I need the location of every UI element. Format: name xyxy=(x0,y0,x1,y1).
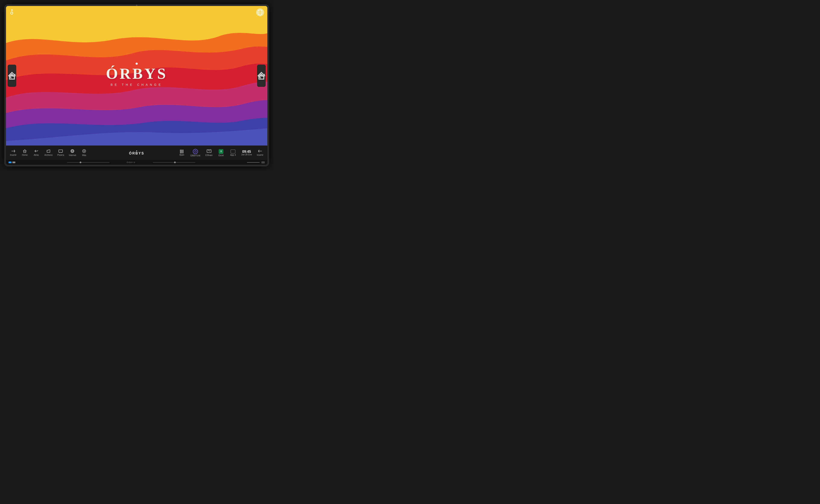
top-left-logo: Ó xyxy=(10,9,14,16)
right-back-button[interactable] xyxy=(258,80,265,86)
status-dot-blue xyxy=(9,162,12,163)
back-button[interactable]: Atrás xyxy=(31,149,42,157)
taskbar-left: Invertir Home Atrás xyxy=(8,148,176,157)
app4-icon xyxy=(231,150,235,153)
orbys-ai-button[interactable]: ORBYS AI xyxy=(188,148,202,158)
progress-bar-left[interactable] xyxy=(67,162,109,163)
invert-left-button[interactable]: Invertir xyxy=(8,149,19,157)
home-label: Home xyxy=(22,154,28,156)
globe-button[interactable] xyxy=(256,9,264,16)
eshare-label: EShare xyxy=(206,154,213,156)
svg-point-22 xyxy=(195,151,195,151)
excel-label: Excel xyxy=(219,154,224,157)
invert-left-label: Invertir xyxy=(10,154,17,156)
logo-main-text: ÓRBYS xyxy=(106,66,167,81)
status-bar-center: ÓRBYS xyxy=(17,161,245,163)
left-back-button[interactable] xyxy=(9,80,15,86)
status-corner xyxy=(261,161,265,163)
status-dot-white xyxy=(12,162,15,163)
whiteboard-label: Pizarra xyxy=(57,154,64,156)
back-icon xyxy=(34,149,38,153)
orbys-ai-icon xyxy=(193,149,198,154)
internet-label: Internet xyxy=(69,154,76,156)
center-logo: ÓRBYS BE THE CHANGE xyxy=(106,63,167,86)
progress-thumb-right xyxy=(174,162,176,163)
apps-dot xyxy=(181,152,182,153)
home-icon xyxy=(23,149,27,153)
apps-dot xyxy=(180,151,181,152)
whiteboard-icon xyxy=(58,149,63,153)
app4-label: App 4 xyxy=(230,154,236,156)
logo-dot-small xyxy=(11,9,13,11)
svg-rect-9 xyxy=(24,151,26,153)
svg-rect-10 xyxy=(59,150,63,152)
eshare-button[interactable]: EShare xyxy=(203,148,215,157)
progress-bar-right[interactable] xyxy=(153,162,195,163)
right-sidebar-toolbar xyxy=(257,65,266,87)
invert-right-icon xyxy=(258,149,262,153)
screen: Ó ÓRBYS BE THE CHANGE xyxy=(6,6,267,165)
excel-icon: X xyxy=(219,149,224,154)
whiteboard-button[interactable]: Pizarra xyxy=(55,149,66,157)
status-right-bar xyxy=(247,162,260,163)
apps-icon xyxy=(180,150,183,153)
logo-center-dot xyxy=(135,63,138,65)
invert-right-label: Invertir xyxy=(257,154,264,156)
left-sidebar-toolbar xyxy=(8,65,16,87)
wallpaper: Ó ÓRBYS BE THE CHANGE xyxy=(6,6,267,146)
app4-button[interactable]: App 4 xyxy=(228,149,239,157)
invert-left-icon xyxy=(11,149,15,153)
taskbar-logo-text: ÓRBYS xyxy=(129,151,144,155)
eshare-icon xyxy=(207,149,212,154)
apps-label: Apps xyxy=(179,154,184,156)
apps-dot xyxy=(182,152,183,153)
taskbar-center-logo: ÓRBYS xyxy=(129,150,144,155)
apps-dot xyxy=(181,151,182,152)
more-button[interactable]: Más xyxy=(79,148,90,157)
taskbar-right: Apps ORBYS AI EShare xyxy=(176,148,266,158)
home-button[interactable]: Home xyxy=(19,149,30,157)
progress-thumb-left xyxy=(80,162,81,163)
apps-dot xyxy=(182,151,183,152)
monitor-frame: Ó ÓRBYS BE THE CHANGE xyxy=(4,4,269,166)
clock-display: 09:45 Jue 28 Ene xyxy=(240,150,254,156)
internet-icon xyxy=(70,149,74,154)
files-label: Archivos xyxy=(44,154,52,156)
status-bar: ÓRBYS xyxy=(6,160,267,165)
more-icon xyxy=(82,149,86,154)
status-bar-right xyxy=(247,161,265,163)
svg-rect-23 xyxy=(207,150,211,153)
orbys-ai-label: ORBYS AI xyxy=(190,154,200,157)
taskbar: Invertir Home Atrás xyxy=(6,146,267,160)
apps-dot xyxy=(182,150,183,151)
more-label: Más xyxy=(82,154,86,156)
back-label: Atrás xyxy=(34,154,39,156)
taskbar-logo-dot xyxy=(136,150,137,151)
date-display: Jue 28 Ene xyxy=(241,153,252,156)
logo-sub-text: BE THE CHANGE xyxy=(106,83,167,86)
time-display: 09:45 xyxy=(242,150,251,154)
apps-button[interactable]: Apps xyxy=(176,149,187,157)
apps-dot xyxy=(180,152,181,153)
excel-button[interactable]: X Excel xyxy=(216,148,227,157)
apps-dot xyxy=(180,150,181,151)
files-button[interactable]: Archivos xyxy=(42,149,55,157)
top-left-logo-text: Ó xyxy=(10,11,14,16)
status-bar-left xyxy=(9,162,15,163)
internet-button[interactable]: Internet xyxy=(67,148,78,157)
statusbar-brand: ÓRBYS xyxy=(127,161,135,163)
apps-dot xyxy=(181,150,182,151)
invert-right-button[interactable]: Invertir xyxy=(255,149,266,157)
files-icon xyxy=(47,149,50,153)
